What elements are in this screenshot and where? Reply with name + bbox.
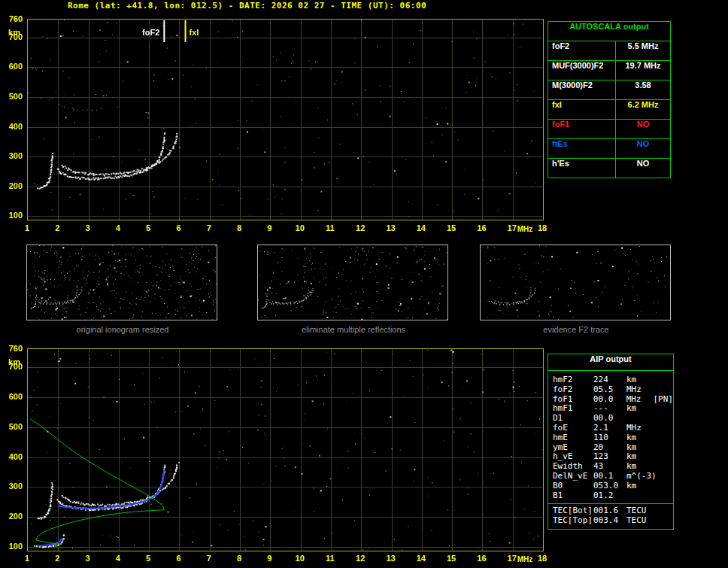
aip-parameter-unit: km [626,433,636,443]
x-axis-unit-label: MHz [517,225,533,233]
aip-row: foF205.5MHz [548,385,673,395]
thumbnail-evidence-f2-trace-canvas [480,245,671,320]
autoscala-parameter-name: fxI [548,100,616,119]
y-axis-tick-label: 600 [0,392,23,401]
autoscala-row: foF1NO [548,120,670,139]
y-axis-unit-label: km [0,357,20,366]
autoscala-parameter-value: 3.58 [616,80,670,99]
x-axis-tick-label: 2 [50,223,65,232]
aip-parameter-unit: km [626,481,636,491]
aip-parameter-name: foE [553,424,593,433]
autoscala-parameter-name: foF2 [548,41,616,60]
autoscala-parameter-value: 19.7 MHz [616,61,670,80]
aip-parameter-value: 110 [593,433,619,443]
aip-parameter-unit: MHz [626,385,642,395]
x-axis-tick-label: 6 [171,223,186,232]
y-axis-tick-label: 400 [0,122,23,131]
aip-row: B101.2 [548,491,673,501]
x-axis-tick-label: 14 [414,554,429,563]
aip-parameter-value: 224 [593,375,619,385]
thumbnail-eliminate-reflections-canvas [257,245,448,320]
x-axis-tick-label: 10 [293,554,308,563]
y-axis-tick-label: 100 [0,542,23,551]
autoscala-parameter-name: foF1 [548,120,616,138]
x-axis-tick-label: 1 [20,554,35,563]
bottom-ionogram-canvas [27,348,544,551]
y-axis-tick-label: 100 [0,211,23,220]
aip-parameter-unit: TECU [626,516,647,526]
autoscala-parameter-value: 6.2 MHz [616,100,670,119]
x-axis-tick-label: 5 [141,554,156,563]
thumbnail-original-ionogram-canvas [26,245,217,320]
x-axis-tick-label: 8 [232,554,247,563]
x-axis-tick-label: 11 [323,223,338,232]
y-axis-tick-label: 500 [0,422,23,431]
x-axis-tick-label: 2 [50,554,65,563]
aip-parameter-unit: m^(-3) [626,472,657,481]
aip-parameter-value: 00.1 [593,472,619,481]
thumbnail-caption: original ionogram resized [26,325,219,334]
aip-table-title: AIP output [548,354,673,371]
x-axis-tick-label: 13 [384,223,399,232]
aip-parameter-name: hmF2 [553,375,593,385]
x-axis-tick-label: 10 [293,223,308,232]
x-axis-tick-label: 1 [20,223,35,232]
aip-parameter-name: TEC[Top] [553,516,593,526]
autoscala-parameter-name: MUF(3000)F2 [548,61,616,80]
autoscala-row: fxI6.2 MHz [548,100,670,120]
aip-table-rows: hmF2224kmfoF205.5MHzfoF100.0MHz[PN]hmF1-… [548,375,673,500]
x-axis-tick-label: 14 [414,223,429,232]
y-axis-unit-label: km [0,28,20,37]
autoscala-parameter-value: NO [616,159,670,178]
autoscala-parameter-name: M(3000)F2 [548,80,616,99]
aip-output-table: AIP output hmF2224kmfoF205.5MHzfoF100.0M… [548,354,674,530]
x-axis-tick-label: 6 [171,554,186,563]
thumbnail-caption: evidence F2 trace [480,325,672,334]
y-axis-tick-label: 200 [0,512,23,521]
x-axis-tick-label: 4 [111,223,126,232]
autoscala-table-title: AUTOSCALA output [548,22,670,41]
aip-parameter-value: 05.5 [593,385,619,395]
autoscala-row: ftEsNO [548,139,670,159]
header-title: Rome (lat: +41.8, lon: 012.5) - DATE: 20… [68,1,426,11]
aip-parameter-unit: km [626,375,636,385]
x-axis-tick-label: 16 [474,223,489,232]
x-axis-tick-label: 12 [353,554,368,563]
x-axis-tick-label: 16 [474,554,489,563]
aip-row: foE2.1MHz [548,424,673,433]
marker-label-fxi: fxI [190,28,199,37]
autoscala-parameter-value: NO [616,120,670,138]
y-axis-tick-label: 300 [0,481,23,491]
aip-parameter-name: foF2 [553,385,593,395]
autoscala-parameter-value: 5.5 MHz [616,41,670,60]
thumbnail-original-ionogram: original ionogram resized [26,245,219,336]
aip-parameter-name: DelN_vE [553,472,593,481]
y-axis-tick-label: 500 [0,92,23,101]
autoscala-row: MUF(3000)F219.7 MHz [548,61,670,80]
thumbnail-caption: eliminate multiple reflections [257,325,450,334]
x-axis-tick-label: 4 [111,554,126,563]
x-axis-tick-label: 3 [80,223,96,232]
x-axis-tick-label: 11 [323,554,338,563]
aip-parameter-flag: [PN] [654,395,674,405]
thumbnail-evidence-f2-trace: evidence F2 trace [480,245,672,336]
aip-parameter-value: 053.0 [593,481,619,491]
x-axis-tick-label: 18 [535,223,550,232]
top-ionogram-plot: 760700600500400300200100km12345678910111… [0,15,560,236]
autoscala-row: foF25.5 MHz [548,41,670,61]
autoscala-parameter-value: NO [616,139,670,158]
top-ionogram-canvas [27,19,544,220]
y-axis-tick-label: 400 [0,452,23,461]
y-axis-tick-label: 760 [0,344,23,353]
aip-parameter-unit: km [626,404,636,414]
autoscala-row: M(3000)F23.58 [548,80,670,100]
x-axis-tick-label: 7 [202,223,217,232]
y-axis-tick-label: 600 [0,62,23,71]
x-axis-tick-label: 5 [141,223,156,232]
y-axis-tick-label: 200 [0,181,23,190]
aip-row: hmE110km [548,433,673,443]
aip-parameter-unit: MHz [626,424,642,433]
x-axis-tick-label: 3 [80,554,96,563]
bottom-ionogram-plot: 760700600500400300200100km12345678910111… [0,345,560,568]
aip-row: hmF2224km [548,375,673,385]
